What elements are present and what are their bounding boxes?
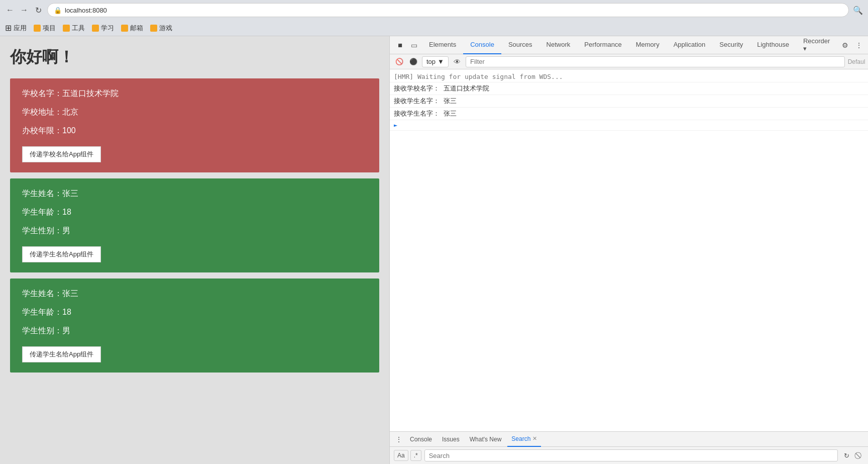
page-title: 你好啊！ xyxy=(10,46,379,68)
browser-toolbar: ← → ↻ 🔒 localhost:8080 🔍 xyxy=(0,0,868,20)
devtools-bottom-tabs: ⋮ Console Issues What's New Search ✕ xyxy=(390,432,868,447)
school-card: 学校名字：五道口技术学院 学校地址：北京 办校年限：100 传递学校名给App组… xyxy=(10,78,379,172)
transmit-student1-button[interactable]: 传递学生名给App组件 xyxy=(22,246,101,262)
refresh-button[interactable]: ↻ xyxy=(33,5,43,15)
console-line-text: [HMR] Waiting for update signal from WDS… xyxy=(394,73,563,80)
devtools-bottom-panel: ⋮ Console Issues What's New Search ✕ Aa … xyxy=(390,431,868,464)
tab-console-bottom[interactable]: Console xyxy=(406,432,436,447)
tab-recorder[interactable]: Recorder ▾ xyxy=(796,36,837,54)
search-bar: Aa .* ↻ ⃠ xyxy=(390,447,868,464)
school-duration-row: 办校年限：100 xyxy=(22,126,367,136)
tab-elements[interactable]: Elements xyxy=(422,36,463,54)
school-name-row: 学校名字：五道口技术学院 xyxy=(22,88,367,99)
console-output: [HMR] Waiting for update signal from WDS… xyxy=(390,69,868,431)
search-case-sensitive-button[interactable]: Aa xyxy=(394,450,408,461)
tab-sources[interactable]: Sources xyxy=(501,36,539,54)
devtools-device-button[interactable]: ▭ xyxy=(408,39,420,51)
context-selector[interactable]: top ▼ xyxy=(422,56,449,67)
school-address-row: 学校地址：北京 xyxy=(22,107,367,118)
context-label: top xyxy=(426,58,436,65)
student2-gender-row: 学生性别：男 xyxy=(22,326,367,336)
default-label: Defaul xyxy=(848,58,865,65)
back-button[interactable]: ← xyxy=(5,5,15,15)
bookmark-study[interactable]: 学习 xyxy=(92,24,114,33)
browser-search-icon: 🔍 xyxy=(853,6,863,15)
console-clear-button[interactable]: 🚫 xyxy=(394,56,405,67)
student1-age-row: 学生年龄：18 xyxy=(22,207,367,218)
tab-console[interactable]: Console xyxy=(463,36,501,54)
tab-issues[interactable]: Issues xyxy=(438,432,464,447)
webpage-panel: 你好啊！ 学校名字：五道口技术学院 学校地址：北京 办校年限：100 传递学校名… xyxy=(0,36,389,464)
search-clear-button[interactable]: ⃠ xyxy=(854,450,865,461)
console-stop-button[interactable]: ⚫ xyxy=(408,56,419,67)
student-card-1: 学生姓名：张三 学生年龄：18 学生性别：男 传递学生名给App组件 xyxy=(10,178,379,272)
devtools-tabs: Elements Console Sources Network Perform… xyxy=(422,36,837,54)
search-options: Aa .* xyxy=(394,450,421,461)
student2-name-row: 学生姓名：张三 xyxy=(22,289,367,299)
devtools-bottom-menu-button[interactable]: ⋮ xyxy=(394,434,404,444)
student-card-2: 学生姓名：张三 学生年龄：18 学生性别：男 传递学生名给App组件 xyxy=(10,279,379,373)
console-line-hmr: [HMR] Waiting for update signal from WDS… xyxy=(390,71,868,82)
devtools-settings-button[interactable]: ⚙ xyxy=(839,39,851,51)
tab-performance[interactable]: Performance xyxy=(577,36,628,54)
bookmark-apps[interactable]: ⊞ 应用 xyxy=(5,23,27,33)
search-regex-button[interactable]: .* xyxy=(410,450,421,461)
transmit-school-button[interactable]: 传递学校名给App组件 xyxy=(22,146,101,162)
bookmark-projects[interactable]: 项目 xyxy=(34,24,56,33)
console-prompt-line[interactable]: ► xyxy=(390,120,868,131)
search-input[interactable] xyxy=(424,449,838,461)
search-refresh-button[interactable]: ↻ xyxy=(841,450,852,461)
console-line-student2: 接收学生名字： 张三 xyxy=(390,108,868,120)
tab-whats-new[interactable]: What's New xyxy=(466,432,506,447)
devtools-more-button[interactable]: ⋮ xyxy=(853,39,865,51)
url-text: localhost:8080 xyxy=(65,7,107,14)
console-filter-input[interactable] xyxy=(466,56,845,67)
address-bar[interactable]: 🔒 localhost:8080 xyxy=(47,3,849,17)
console-line-text: 接收学校名字： 五道口技术学院 xyxy=(394,84,489,93)
console-line-school: 接收学校名字： 五道口技术学院 xyxy=(390,82,868,95)
console-line-student1: 接收学生名字： 张三 xyxy=(390,95,868,108)
student2-age-row: 学生年龄：18 xyxy=(22,307,367,318)
console-line-text: 接收学生名字： 张三 xyxy=(394,109,457,118)
console-eye-button[interactable]: 👁 xyxy=(452,56,463,67)
forward-button[interactable]: → xyxy=(19,5,29,15)
tab-security[interactable]: Security xyxy=(712,36,750,54)
devtools-toolbar: ◾ ▭ Elements Console Sources Network Per… xyxy=(390,36,868,54)
devtools-inspect-button[interactable]: ◾ xyxy=(394,39,406,51)
student1-name-row: 学生姓名：张三 xyxy=(22,189,367,199)
tab-search[interactable]: Search ✕ xyxy=(507,432,541,447)
bookmark-game[interactable]: 游戏 xyxy=(150,24,172,33)
devtools-panel: ◾ ▭ Elements Console Sources Network Per… xyxy=(389,36,868,464)
devtools-subtoolbar: 🚫 ⚫ top ▼ 👁 Defaul xyxy=(390,54,868,69)
search-tab-close-icon[interactable]: ✕ xyxy=(532,435,537,442)
tab-application[interactable]: Application xyxy=(667,36,713,54)
tab-network[interactable]: Network xyxy=(539,36,578,54)
tab-memory[interactable]: Memory xyxy=(629,36,667,54)
search-action-buttons: ↻ ⃠ xyxy=(841,450,865,461)
bookmark-tools[interactable]: 工具 xyxy=(63,24,85,33)
bookmark-mail[interactable]: 邮箱 xyxy=(121,24,143,33)
tab-lighthouse[interactable]: Lighthouse xyxy=(750,36,796,54)
context-arrow-icon: ▼ xyxy=(438,58,444,65)
bookmarks-bar: ⊞ 应用 项目 工具 学习 邮箱 游戏 xyxy=(0,20,868,36)
transmit-student2-button[interactable]: 传递学生名给App组件 xyxy=(22,346,101,362)
console-arrow-icon[interactable]: ► xyxy=(394,122,397,129)
console-line-text: 接收学生名字： 张三 xyxy=(394,97,457,106)
student1-gender-row: 学生性别：男 xyxy=(22,226,367,236)
